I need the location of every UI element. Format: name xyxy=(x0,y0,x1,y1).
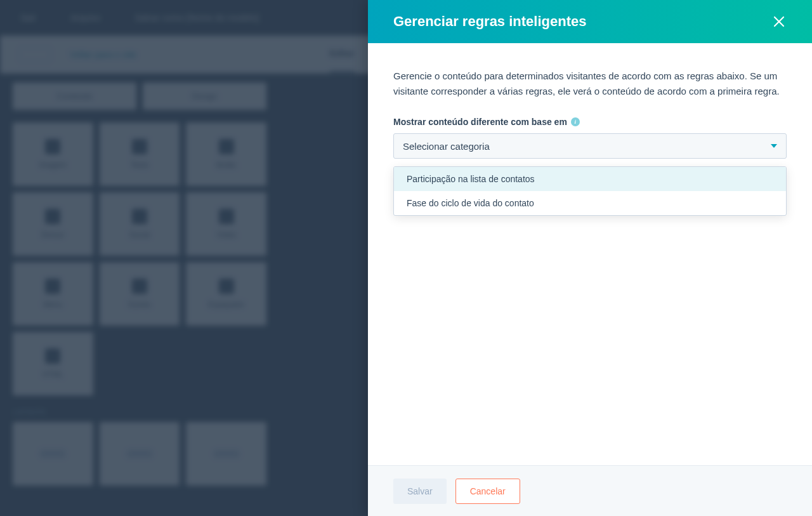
dropdown-menu: Participação na lista de contatos Fase d… xyxy=(393,166,787,216)
cancel-button[interactable]: Cancelar xyxy=(455,479,520,504)
info-icon[interactable]: i xyxy=(571,117,580,126)
smart-rules-panel: Gerenciar regras inteligentes Gerencie o… xyxy=(368,0,812,516)
panel-footer: Salvar Cancelar xyxy=(368,465,812,516)
caret-down-icon xyxy=(771,144,777,148)
close-icon xyxy=(773,16,785,27)
save-button[interactable]: Salvar xyxy=(393,479,447,504)
panel-title: Gerenciar regras inteligentes xyxy=(393,13,586,30)
dropdown-placeholder: Selecionar categoria xyxy=(403,141,490,152)
panel-description: Gerencie o conteúdo para determinados vi… xyxy=(393,69,787,99)
panel-header: Gerenciar regras inteligentes xyxy=(368,0,812,43)
panel-body: Gerencie o conteúdo para determinados vi… xyxy=(368,43,812,465)
category-dropdown: Selecionar categoria Participação na lis… xyxy=(393,133,787,159)
dropdown-trigger[interactable]: Selecionar categoria xyxy=(393,133,787,159)
dropdown-option-lifecycle[interactable]: Fase do ciclo de vida do contato xyxy=(394,191,786,215)
field-label-text: Mostrar conteúdo diferente com base em xyxy=(393,117,567,127)
dropdown-option-contact-list[interactable]: Participação na lista de contatos xyxy=(394,167,786,191)
field-label: Mostrar conteúdo diferente com base em i xyxy=(393,117,787,127)
close-button[interactable] xyxy=(771,14,787,29)
